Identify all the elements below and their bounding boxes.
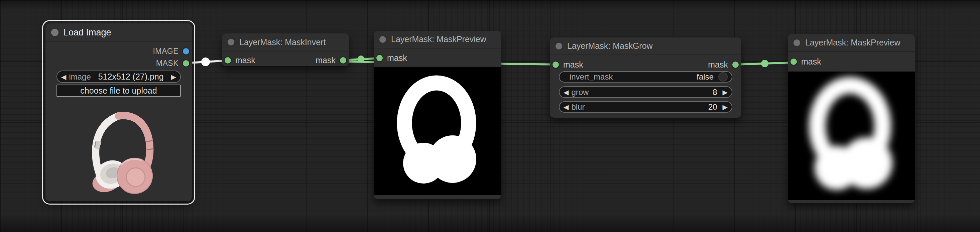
widget-value: 8 bbox=[713, 87, 717, 97]
output-slot-mask[interactable]: MASK bbox=[156, 58, 189, 68]
choose-file-button[interactable]: choose file to upload bbox=[56, 84, 181, 97]
mask-input-socket[interactable] bbox=[791, 59, 797, 65]
combo-prev-arrow-icon[interactable]: ◀ bbox=[61, 73, 66, 80]
node-graph-canvas[interactable]: Load Image IMAGE MASK ◀ image 512x512 (2… bbox=[0, 0, 980, 232]
combo-value: 512x512 (27).png bbox=[91, 72, 171, 81]
mask-input-socket[interactable] bbox=[376, 55, 383, 61]
mask-output-socket[interactable] bbox=[732, 62, 739, 68]
input-slot-mask[interactable]: mask bbox=[376, 53, 407, 63]
widget-value: 20 bbox=[708, 102, 717, 112]
node-mask-preview-2[interactable]: LayerMask: MaskPreview mask bbox=[788, 34, 915, 203]
input-slot-mask[interactable]: mask bbox=[791, 57, 821, 67]
collapse-dot[interactable] bbox=[51, 29, 59, 36]
combo-next-arrow-icon[interactable]: ▶ bbox=[171, 73, 176, 80]
node-load-image[interactable]: Load Image IMAGE MASK ◀ image 512x512 (2… bbox=[45, 24, 192, 201]
node-titlebar[interactable]: LayerMask: MaskPreview bbox=[788, 34, 915, 52]
mask-input-socket[interactable] bbox=[552, 62, 559, 68]
input-label: mask bbox=[563, 60, 583, 70]
node-mask-grow[interactable]: LayerMask: MaskGrow mask mask invert_mas… bbox=[550, 37, 741, 118]
mask-output-socket[interactable] bbox=[340, 57, 346, 64]
mask-output-socket[interactable] bbox=[183, 60, 189, 67]
link-midpoint-dot[interactable] bbox=[201, 57, 210, 66]
decrement-arrow-icon[interactable]: ◀ bbox=[563, 103, 568, 110]
output-label: mask bbox=[708, 60, 728, 70]
node-title: LayerMask: MaskPreview bbox=[805, 38, 900, 48]
collapse-dot[interactable] bbox=[555, 43, 562, 49]
node-mask-preview-1[interactable]: LayerMask: MaskPreview mask bbox=[374, 31, 501, 199]
input-slot-mask[interactable]: mask bbox=[552, 59, 583, 70]
input-label: mask bbox=[235, 56, 255, 65]
mask-preview-image-blurred bbox=[788, 72, 915, 200]
node-title: LayerMask: MaskPreview bbox=[391, 35, 486, 44]
link-midpoint-dot[interactable] bbox=[761, 60, 768, 67]
grow-number-widget[interactable]: ◀ grow 8 ▶ bbox=[559, 86, 732, 98]
node-mask-invert[interactable]: LayerMask: MaskInvert mask mask bbox=[222, 33, 349, 66]
input-slot-mask[interactable]: mask bbox=[224, 55, 255, 65]
collapse-dot[interactable] bbox=[228, 39, 234, 46]
output-slot-image[interactable]: IMAGE bbox=[153, 46, 189, 56]
increment-arrow-icon[interactable]: ▶ bbox=[722, 103, 728, 110]
input-label: mask bbox=[387, 53, 407, 63]
decrement-arrow-icon[interactable]: ◀ bbox=[563, 89, 568, 95]
node-title: Load Image bbox=[64, 27, 111, 38]
input-label: mask bbox=[801, 57, 821, 67]
invert-mask-toggle[interactable]: invert_mask false bbox=[559, 71, 732, 83]
increment-arrow-icon[interactable]: ▶ bbox=[722, 89, 728, 95]
collapse-dot[interactable] bbox=[794, 40, 800, 46]
output-label: mask bbox=[315, 56, 336, 65]
widget-label: grow bbox=[571, 87, 589, 97]
widget-label: blur bbox=[571, 102, 585, 112]
node-titlebar[interactable]: LayerMask: MaskGrow bbox=[550, 37, 741, 55]
node-title: LayerMask: MaskInvert bbox=[239, 37, 326, 47]
widget-value: false bbox=[697, 72, 714, 81]
widget-label: invert_mask bbox=[570, 72, 612, 81]
output-slot-mask[interactable]: mask bbox=[708, 59, 739, 70]
image-filename-combo[interactable]: ◀ image 512x512 (27).png ▶ bbox=[56, 70, 181, 83]
mask-preview-image bbox=[374, 67, 501, 195]
toggle-knob[interactable] bbox=[718, 72, 728, 81]
output-label: IMAGE bbox=[153, 47, 178, 56]
node-titlebar[interactable]: Load Image bbox=[45, 24, 192, 42]
combo-label: image bbox=[69, 72, 91, 81]
node-title: LayerMask: MaskGrow bbox=[567, 41, 653, 51]
node-titlebar[interactable]: LayerMask: MaskInvert bbox=[222, 33, 349, 51]
loaded-image-preview bbox=[56, 100, 182, 197]
mask-input-socket[interactable] bbox=[224, 57, 231, 64]
node-titlebar[interactable]: LayerMask: MaskPreview bbox=[374, 31, 501, 48]
collapse-dot[interactable] bbox=[379, 36, 386, 43]
output-slot-mask[interactable]: mask bbox=[315, 55, 346, 65]
blur-number-widget[interactable]: ◀ blur 20 ▶ bbox=[559, 101, 732, 113]
image-output-socket[interactable] bbox=[183, 48, 189, 54]
output-label: MASK bbox=[156, 59, 178, 68]
